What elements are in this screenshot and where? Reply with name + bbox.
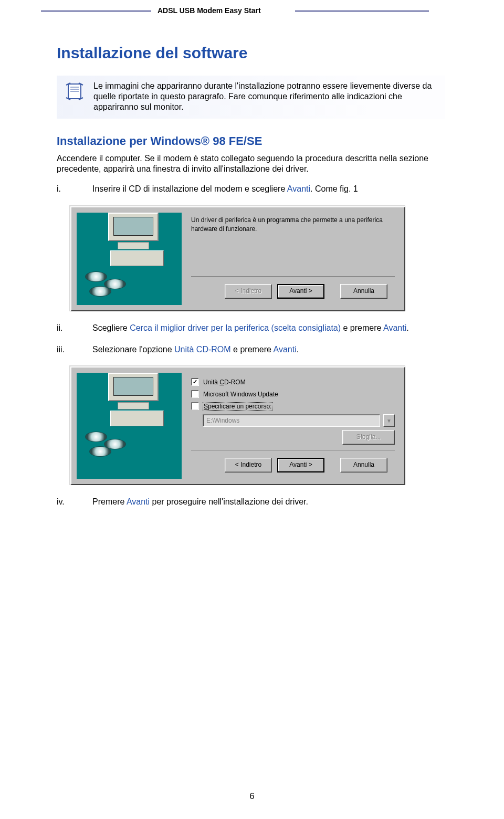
back-button[interactable]: < Indietro (225, 458, 272, 472)
wizard-body-text: Un driver di periferica è un programma c… (191, 216, 395, 234)
cd-icon (89, 446, 111, 457)
step-number: iii. (57, 344, 72, 355)
cd-icon (85, 432, 107, 442)
checkbox-winupdate-label: Microsoft Windows Update (203, 391, 278, 398)
note-text: Le immagini che appariranno durante l'in… (93, 81, 438, 112)
step-number: i. (57, 184, 72, 195)
step-text: Premere Avanti per proseguire nell'insta… (92, 497, 308, 508)
page-number: 6 (0, 792, 504, 801)
cancel-button[interactable]: Annulla (340, 284, 387, 299)
checkbox-path-label: Specificare un percorso: (203, 403, 272, 410)
next-button[interactable]: Avanti > (277, 284, 324, 299)
cancel-button[interactable]: Annulla (340, 458, 387, 472)
page-title: Installazione del software (57, 44, 445, 62)
path-input[interactable]: E:\Windows (203, 414, 380, 427)
checkbox-cdrom-row: ✓ Unità CD-ROM (191, 378, 395, 386)
step-text: Scegliere Cerca il miglior driver per la… (92, 323, 409, 334)
header-title: ADSL USB Modem Easy Start (158, 6, 261, 15)
note-box: Le immagini che appariranno durante l'in… (57, 76, 445, 119)
note-icon (64, 81, 86, 104)
intro-paragraph: Accendere il computer. Se il modem è sta… (57, 153, 445, 174)
cd-icon (85, 271, 107, 282)
browse-button[interactable]: Sfoglia... (342, 430, 395, 445)
checkbox-path-row: Specificare un percorso: (191, 402, 395, 410)
cd-icon (89, 286, 111, 297)
step-number: iv. (57, 497, 72, 508)
back-button[interactable]: < Indietro (225, 284, 272, 299)
step-i: i. Inserire il CD di installazione del m… (57, 184, 445, 195)
step-iii: iii. Selezionare l'opzione Unità CD-ROM … (57, 344, 445, 355)
dropdown-arrow-icon[interactable]: ▼ (383, 414, 395, 427)
checkbox-winupdate[interactable] (191, 390, 199, 398)
step-iv: iv. Premere Avanti per proseguire nell'i… (57, 497, 445, 508)
wizard-graphic-panel (77, 213, 182, 305)
checkbox-cdrom[interactable]: ✓ (191, 378, 199, 386)
checkbox-cdrom-label: Unità CD-ROM (203, 379, 246, 386)
header-rule-left (41, 10, 151, 12)
wizard-graphic-panel (77, 373, 182, 479)
checkbox-winupdate-row: Microsoft Windows Update (191, 390, 395, 398)
next-button[interactable]: Avanti > (277, 458, 324, 472)
wizard-dialog-2: ✓ Unità CD-ROM Microsoft Windows Update … (69, 365, 405, 485)
step-ii: ii. Scegliere Cerca il miglior driver pe… (57, 323, 445, 334)
step-text: Selezionare l'opzione Unità CD-ROM e pre… (92, 344, 299, 355)
checkbox-path[interactable] (191, 402, 199, 410)
wizard-button-row: < Indietro Avanti > Annulla (191, 450, 395, 479)
header-rule-right (295, 10, 429, 12)
section-heading: Installazione per Windows® 98 FE/SE (57, 134, 445, 148)
path-input-row: E:\Windows ▼ (203, 414, 395, 427)
step-text: Inserire il CD di installazione del mode… (92, 184, 358, 195)
step-number: ii. (57, 323, 72, 334)
wizard-dialog-1: Un driver di periferica è un programma c… (69, 205, 405, 311)
wizard-button-row: < Indietro Avanti > Annulla (191, 276, 395, 305)
page-header: ADSL USB Modem Easy Start (0, 0, 504, 18)
